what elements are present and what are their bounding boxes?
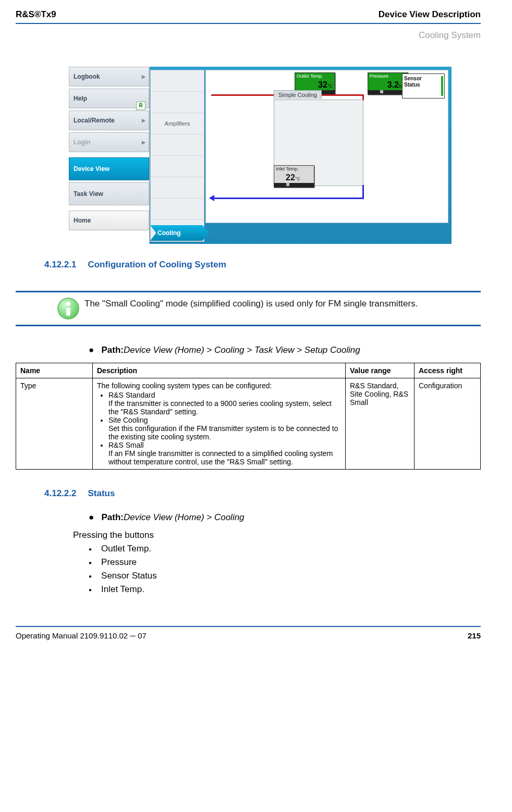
table-header-access: Access right — [415, 363, 481, 378]
config-table: Name Description Value range Access righ… — [16, 363, 481, 470]
flow-arrow-icon — [209, 195, 214, 201]
list-item: Sensor Status — [89, 571, 481, 581]
header-chapter: Device View Description — [379, 9, 481, 20]
module-column: Amplifiers — [150, 70, 204, 242]
table-header-name: Name — [16, 363, 93, 378]
cell-name: Type — [16, 378, 93, 470]
simple-cooling-tab: Simple Cooling — [274, 90, 322, 99]
pressing-text: Pressing the buttons — [73, 530, 481, 540]
table-header-range: Value range — [346, 363, 415, 378]
nav-task-view[interactable]: Task View — [69, 182, 149, 205]
table-row: Type The following cooling system types … — [16, 378, 481, 470]
path-line-2: ● Path:Device View (Home) > Cooling — [89, 512, 481, 523]
nav-local-remote[interactable]: RLocal/Remote▶ — [69, 110, 149, 130]
table-header-desc: Description — [93, 363, 346, 378]
nav-home[interactable]: Home — [69, 211, 149, 230]
left-nav: Logbook▶ Help RLocal/Remote▶ Login▶ Devi… — [69, 67, 149, 232]
inlet-temp-button[interactable]: Inlet Temp. 22°C — [274, 165, 314, 188]
section-heading: 4.12.2.1 Configuration of Cooling System — [44, 260, 481, 270]
list-item: Inlet Temp. — [89, 584, 481, 595]
device-screenshot: Logbook▶ Help RLocal/Remote▶ Login▶ Devi… — [83, 67, 452, 244]
header-product: R&S®Tx9 — [16, 9, 56, 20]
footer-page-number: 215 — [468, 631, 481, 640]
header-sub: Cooling System — [16, 30, 481, 41]
list-item: Outlet Temp. — [89, 544, 481, 554]
page-footer: Operating Manual 2109.9110.02 ─ 07 215 — [16, 626, 481, 640]
diagram-canvas: Outlet Temp. 32°C Pressure 3.2bar Sensor… — [205, 70, 448, 223]
info-note: The "Small Cooling" mode (simplified coo… — [16, 291, 481, 326]
nav-logbook[interactable]: Logbook▶ — [69, 67, 149, 87]
cell-access: Configuration — [415, 378, 481, 470]
nav-device-view[interactable]: Device View — [69, 157, 149, 180]
info-note-text: The "Small Cooling" mode (simplified coo… — [84, 298, 418, 309]
cell-range: R&S Standard, Site Cooling, R&S Small — [346, 378, 415, 470]
section-heading-2: 4.12.2.2 Status — [44, 488, 481, 499]
footer-left: Operating Manual 2109.9110.02 ─ 07 — [16, 631, 147, 640]
nav-login[interactable]: Login▶ — [69, 132, 149, 152]
status-ok-icon — [441, 76, 443, 96]
sensor-status-button[interactable]: Sensor Status — [402, 73, 445, 99]
remote-badge-icon: R — [136, 102, 145, 110]
chevron-right-icon: ▶ — [142, 74, 145, 79]
list-item: Pressure — [89, 557, 481, 568]
path-line-1: ● Path:Device View (Home) > Cooling > Ta… — [89, 345, 481, 355]
chevron-right-icon: ▶ — [142, 140, 145, 145]
module-amplifiers[interactable]: Amplifiers — [151, 113, 204, 134]
header-rule — [16, 23, 481, 24]
cell-desc: The following cooling system types can b… — [93, 378, 346, 470]
chevron-right-icon: ▶ — [142, 118, 145, 123]
breadcrumb-cooling[interactable]: Cooling — [150, 225, 210, 241]
info-icon — [57, 298, 79, 319]
button-list: Outlet Temp. Pressure Sensor Status Inle… — [89, 544, 481, 595]
